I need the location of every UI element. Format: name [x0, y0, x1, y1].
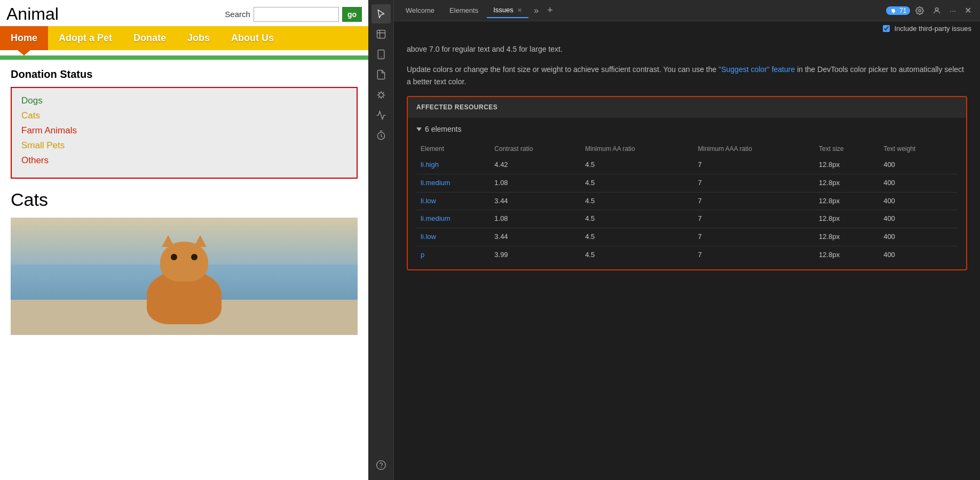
cell-contrast-2: 3.44	[490, 192, 581, 210]
element-link-2[interactable]: li.low	[421, 197, 436, 205]
website-panel: Animal Search go Home Adopt a Pet Donate…	[0, 0, 368, 480]
cell-min-aa-4: 4.5	[581, 228, 693, 246]
help-icon[interactable]	[372, 455, 391, 475]
tab-welcome-label: Welcome	[406, 6, 434, 14]
donation-item-cats: Cats	[21, 110, 347, 121]
search-button[interactable]: go	[342, 7, 362, 22]
settings-button[interactable]	[912, 4, 927, 17]
cell-contrast-0: 4.42	[490, 156, 581, 174]
search-input[interactable]	[254, 7, 339, 22]
cell-element-5: p	[416, 246, 490, 263]
site-header: Animal Search go	[0, 0, 368, 26]
search-label: Search	[225, 10, 250, 19]
search-area: Search go	[225, 7, 362, 22]
intro-text-2: Update colors or change the font size or…	[407, 63, 967, 87]
cell-text-size-3: 12.8px	[815, 210, 879, 228]
profile-button[interactable]	[929, 4, 944, 17]
col-text-weight: Text weight	[879, 142, 958, 156]
cell-min-aaa-3: 7	[693, 210, 815, 228]
cell-min-aaa-0: 7	[693, 156, 815, 174]
donation-item-small-pets: Small Pets	[21, 140, 347, 151]
devtools-panel: Welcome Elements Issues ✕ » + 71 ··· ✕	[394, 0, 980, 480]
cell-text-weight-1: 400	[879, 174, 958, 192]
table-row: li.low 3.44 4.5 7 12.8px 400	[416, 192, 958, 210]
col-contrast: Contrast ratio	[490, 142, 581, 156]
affected-body: 6 elements Element Contrast ratio Minimu…	[408, 118, 966, 269]
intro-text-1: above 7.0 for regular text and 4.5 for l…	[407, 43, 967, 55]
affected-header: AFFECTED RESOURCES	[408, 97, 966, 118]
cell-text-size-1: 12.8px	[815, 174, 879, 192]
element-link-1[interactable]: li.medium	[421, 179, 451, 187]
donation-item-others: Others	[21, 155, 347, 166]
svg-point-7	[893, 12, 894, 13]
elements-count: 6 elements	[416, 123, 958, 135]
nav-jobs[interactable]: Jobs	[177, 26, 220, 50]
performance-icon[interactable]	[372, 106, 391, 125]
cell-text-weight-2: 400	[879, 192, 958, 210]
issues-count: 71	[899, 7, 906, 14]
nav-adopt-a-pet[interactable]: Adopt a Pet	[48, 26, 123, 50]
cell-min-aa-2: 4.5	[581, 192, 693, 210]
cell-contrast-1: 1.08	[490, 174, 581, 192]
cats-section-title: Cats	[11, 189, 358, 210]
suggest-color-link[interactable]: "Suggest color" feature	[718, 65, 795, 74]
add-tab-button[interactable]: +	[544, 3, 556, 18]
nav-bar: Home Adopt a Pet Donate Jobs About Us	[0, 26, 368, 50]
cell-min-aa-1: 4.5	[581, 174, 693, 192]
more-tabs-button[interactable]: »	[531, 4, 542, 18]
donation-list: Dogs Cats Farm Animals Small Pets Others	[21, 95, 347, 166]
cell-element-3: li.medium	[416, 210, 490, 228]
bug-icon[interactable]	[372, 85, 391, 105]
cell-min-aaa-5: 7	[693, 246, 815, 263]
donation-list-box: Dogs Cats Farm Animals Small Pets Others	[11, 87, 358, 179]
cell-text-weight-4: 400	[879, 228, 958, 246]
cursor-icon[interactable]	[372, 4, 391, 23]
svg-point-3	[378, 93, 383, 97]
tab-elements[interactable]: Elements	[443, 3, 485, 18]
green-bar	[0, 55, 368, 60]
third-party-checkbox[interactable]	[883, 25, 890, 32]
element-link-5[interactable]: p	[421, 251, 424, 259]
cell-text-size-2: 12.8px	[815, 192, 879, 210]
element-link-3[interactable]: li.medium	[421, 214, 451, 222]
tab-elements-label: Elements	[449, 6, 478, 14]
collapse-icon[interactable]	[416, 127, 422, 131]
table-row: li.medium 1.08 4.5 7 12.8px 400	[416, 174, 958, 192]
tab-issues-close[interactable]: ✕	[517, 7, 522, 13]
table-row: li.high 4.42 4.5 7 12.8px 400	[416, 156, 958, 174]
site-title: Animal	[6, 4, 59, 24]
intro-text-2-part1: Update colors or change the font size or…	[407, 65, 718, 74]
svg-point-9	[936, 7, 938, 10]
timer-icon[interactable]	[372, 126, 391, 145]
table-header-row: Element Contrast ratio Minimum AA ratio …	[416, 142, 958, 156]
inspect-icon[interactable]	[372, 25, 391, 44]
cell-min-aa-3: 4.5	[581, 210, 693, 228]
cell-element-0: li.high	[416, 156, 490, 174]
device-icon[interactable]	[372, 45, 391, 64]
nav-about-us[interactable]: About Us	[220, 26, 284, 50]
devtools-sidebar	[368, 0, 394, 480]
source-icon[interactable]	[372, 65, 391, 84]
more-options-button[interactable]: ···	[946, 4, 959, 17]
third-party-row: Include third-party issues	[394, 21, 980, 33]
donation-item-dogs: Dogs	[21, 95, 347, 106]
element-link-0[interactable]: li.high	[421, 161, 439, 169]
third-party-label: Include third-party issues	[894, 25, 971, 33]
donation-item-farm-animals: Farm Animals	[21, 125, 347, 136]
nav-donate[interactable]: Donate	[123, 26, 177, 50]
cell-min-aaa-2: 7	[693, 192, 815, 210]
tab-issues[interactable]: Issues ✕	[487, 3, 528, 18]
cat-image	[11, 218, 358, 335]
nav-home[interactable]: Home	[0, 26, 48, 50]
element-link-4[interactable]: li.low	[421, 233, 436, 241]
cell-min-aaa-4: 7	[693, 228, 815, 246]
issues-badge: 71	[886, 6, 910, 15]
table-row: p 3.99 4.5 7 12.8px 400	[416, 246, 958, 263]
tab-welcome[interactable]: Welcome	[399, 3, 441, 18]
svg-point-5	[376, 461, 385, 470]
cell-element-2: li.low	[416, 192, 490, 210]
cell-text-weight-0: 400	[879, 156, 958, 174]
devtools-topbar: Welcome Elements Issues ✕ » + 71 ··· ✕	[394, 0, 980, 21]
elements-count-label: 6 elements	[425, 123, 461, 135]
close-devtools-button[interactable]: ✕	[961, 3, 975, 18]
